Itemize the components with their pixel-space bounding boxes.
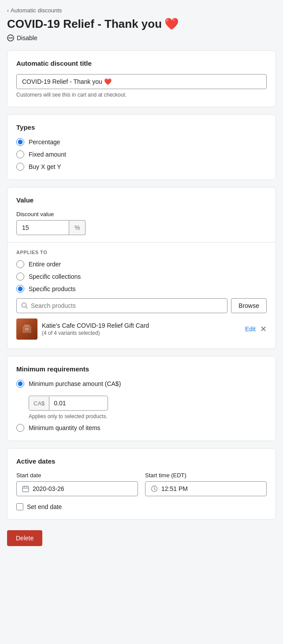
product-thumb-inner xyxy=(16,318,37,340)
types-card: Types Percentage Fixed amount Buy X get … xyxy=(7,114,276,180)
product-name: Katie's Cafe COVID-19 Relief Gift Card xyxy=(42,322,241,329)
min-quantity-option[interactable]: Minimum quantity of items xyxy=(16,424,267,432)
min-purchase-radio[interactable] xyxy=(16,380,24,388)
product-variants: (4 of 4 variants selected) xyxy=(42,330,241,336)
type-percentage-radio[interactable] xyxy=(16,138,24,146)
applies-note: Applies only to selected products. xyxy=(29,413,267,419)
value-heading: Value xyxy=(16,196,267,204)
cas-input-wrapper: CA$ Applies only to selected products. xyxy=(29,392,267,419)
discount-value-suffix: % xyxy=(69,220,86,235)
value-card: Value Discount value % APPLIES TO Entire… xyxy=(7,187,276,349)
applies-entire-order-label: Entire order xyxy=(29,261,61,268)
svg-line-13 xyxy=(154,489,156,490)
discount-value-row: % xyxy=(16,220,267,235)
cas-value-input[interactable] xyxy=(49,396,85,410)
type-fixed-option[interactable]: Fixed amount xyxy=(16,150,267,158)
type-percentage-option[interactable]: Percentage xyxy=(16,138,267,146)
applies-to-label: APPLIES TO xyxy=(16,250,267,255)
discount-title-helper: Customers will see this in cart and at c… xyxy=(16,92,267,98)
discount-value-input[interactable] xyxy=(16,220,69,235)
cas-input-row: CA$ xyxy=(29,396,108,411)
active-dates-heading: Active dates xyxy=(16,457,267,465)
start-time-container xyxy=(145,481,267,496)
start-date-input[interactable] xyxy=(33,485,132,492)
set-end-date-checkbox[interactable] xyxy=(16,503,23,510)
discount-title-card: Automatic discount title Customers will … xyxy=(7,50,276,107)
applies-products-radio[interactable] xyxy=(16,285,24,293)
disable-icon xyxy=(7,34,14,41)
clock-icon xyxy=(151,485,158,492)
min-requirements-heading: Minimum requirements xyxy=(16,365,267,373)
type-fixed-radio[interactable] xyxy=(16,150,24,158)
discount-title-heading: Automatic discount title xyxy=(16,60,267,67)
product-search-row: Browse xyxy=(16,298,267,313)
applies-collections-option[interactable]: Specific collections xyxy=(16,273,267,281)
product-remove-button[interactable]: ✕ xyxy=(260,325,267,333)
product-edit-link[interactable]: Edit xyxy=(245,326,256,333)
applies-entire-order-radio[interactable] xyxy=(16,260,24,268)
applies-products-option[interactable]: Specific products xyxy=(16,285,267,293)
min-purchase-option[interactable]: Minimum purchase amount (CA$) xyxy=(16,380,267,388)
discount-value-label: Discount value xyxy=(16,211,267,217)
applies-collections-radio[interactable] xyxy=(16,273,24,281)
start-date-label: Start date xyxy=(16,472,138,479)
applies-entire-order-option[interactable]: Entire order xyxy=(16,260,267,268)
delete-button[interactable]: Delete xyxy=(7,530,42,546)
discount-title-input[interactable] xyxy=(16,74,267,89)
applies-to-radio-group: Entire order Specific collections Specif… xyxy=(16,260,267,293)
set-end-date-row: Set end date xyxy=(16,503,267,510)
svg-rect-6 xyxy=(25,328,29,330)
browse-button[interactable]: Browse xyxy=(231,298,267,313)
page-title: COVID-19 Relief - Thank you ❤️ xyxy=(7,17,276,31)
page-title-emoji: ❤️ xyxy=(164,17,179,31)
start-time-label: Start time (EDT) xyxy=(145,472,267,479)
start-time-field: Start time (EDT) xyxy=(145,472,267,496)
type-bxgy-option[interactable]: Buy X get Y xyxy=(16,163,267,171)
breadcrumb: ‹ Automatic discounts xyxy=(7,7,276,14)
applies-products-label: Specific products xyxy=(29,285,76,292)
product-thumb-icon xyxy=(20,322,34,336)
types-heading: Types xyxy=(16,124,267,131)
search-container xyxy=(16,298,227,313)
min-requirements-card: Minimum requirements Minimum purchase am… xyxy=(7,356,276,441)
svg-line-3 xyxy=(26,307,28,309)
svg-rect-7 xyxy=(22,487,29,492)
type-percentage-label: Percentage xyxy=(29,139,60,146)
min-requirements-radio-group: Minimum purchase amount (CA$) CA$ Applie… xyxy=(16,380,267,432)
cas-prefix: CA$ xyxy=(29,397,49,410)
disable-label: Disable xyxy=(17,34,37,41)
breadcrumb-chevron-icon: ‹ xyxy=(7,7,9,14)
start-time-input[interactable] xyxy=(161,485,261,492)
disable-button[interactable]: Disable xyxy=(7,34,37,41)
active-dates-card: Active dates Start date Start time (EDT) xyxy=(7,448,276,520)
type-fixed-label: Fixed amount xyxy=(29,151,66,158)
product-row: Katie's Cafe COVID-19 Relief Gift Card (… xyxy=(16,318,267,340)
set-end-date-label: Set end date xyxy=(27,503,62,510)
card-divider xyxy=(7,242,276,243)
page-title-text: COVID-19 Relief - Thank you xyxy=(7,17,162,31)
svg-rect-5 xyxy=(24,325,30,326)
min-quantity-label: Minimum quantity of items xyxy=(29,424,101,431)
product-actions: Edit ✕ xyxy=(245,325,267,333)
start-date-field: Start date xyxy=(16,472,138,496)
min-purchase-label: Minimum purchase amount (CA$) xyxy=(29,380,121,387)
active-dates-row: Start date Start time (EDT) xyxy=(16,472,267,496)
min-quantity-radio[interactable] xyxy=(16,424,24,432)
type-bxgy-radio[interactable] xyxy=(16,163,24,171)
product-thumbnail xyxy=(16,318,37,340)
types-radio-group: Percentage Fixed amount Buy X get Y xyxy=(16,138,267,171)
breadcrumb-link[interactable]: Automatic discounts xyxy=(11,7,62,14)
product-info: Katie's Cafe COVID-19 Relief Gift Card (… xyxy=(42,322,241,336)
calendar-icon xyxy=(22,485,29,492)
applies-collections-label: Specific collections xyxy=(29,273,81,280)
search-icon xyxy=(21,302,28,309)
type-bxgy-label: Buy X get Y xyxy=(29,163,61,170)
start-date-container xyxy=(16,481,138,496)
search-input[interactable] xyxy=(31,302,223,309)
